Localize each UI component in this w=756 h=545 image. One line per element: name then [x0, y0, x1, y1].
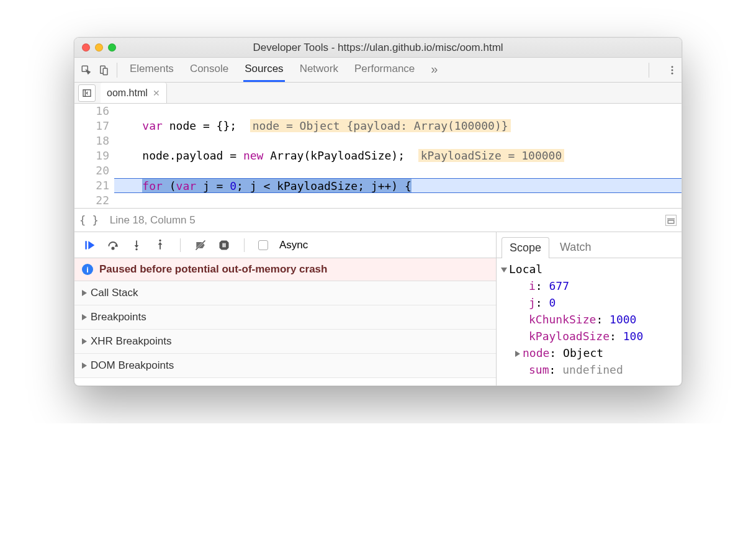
toolbar-right — [641, 63, 678, 78]
section-callstack[interactable]: Call Stack — [74, 281, 496, 305]
chevron-right-icon — [82, 290, 87, 296]
scope-body: Local i: 677 j: 0 kChunkSize: 1000 kPayl… — [497, 258, 682, 385]
async-checkbox[interactable] — [258, 240, 268, 250]
window-title: Developer Tools - https://ulan.github.io… — [82, 42, 674, 54]
code-area[interactable]: var node = {}; node = Object {payload: A… — [114, 104, 682, 208]
svg-marker-11 — [88, 241, 94, 249]
editor-statusbar: { } Line 18, Column 5 — [74, 208, 682, 232]
scope-var[interactable]: kChunkSize: 1000 — [502, 311, 682, 328]
svg-point-5 — [672, 72, 673, 74]
chevron-right-icon — [82, 363, 87, 369]
device-toggle-icon[interactable] — [98, 65, 109, 76]
scope-local-header[interactable]: Local — [502, 261, 682, 277]
scope-var[interactable]: sum: undefined — [502, 361, 682, 378]
async-label: Async — [279, 239, 308, 251]
svg-rect-9 — [668, 220, 674, 223]
separator — [117, 63, 117, 78]
pause-exceptions-icon[interactable] — [218, 239, 230, 251]
titlebar[interactable]: Developer Tools - https://ulan.github.io… — [74, 38, 682, 58]
info-icon: i — [82, 264, 93, 275]
tab-network[interactable]: Network — [299, 58, 340, 82]
close-tab-icon[interactable]: ✕ — [153, 88, 160, 98]
tab-performance[interactable]: Performance — [353, 58, 416, 82]
tabs-overflow-icon[interactable]: » — [430, 57, 439, 83]
scope-var-node[interactable]: node: Object — [502, 345, 682, 361]
more-vert-icon[interactable] — [667, 65, 678, 76]
svg-marker-14 — [135, 245, 139, 248]
chevron-down-icon — [501, 268, 507, 272]
tab-watch[interactable]: Watch — [552, 236, 599, 258]
inline-annotation: kPayloadSize = 100000 — [418, 149, 565, 162]
devtools-window: Developer Tools - https://ulan.github.io… — [74, 37, 682, 386]
code-line-16: var node = {}; node = Object {payload: A… — [114, 119, 682, 133]
step-into-icon[interactable] — [130, 239, 143, 251]
svg-marker-17 — [158, 242, 163, 245]
tab-console[interactable]: Console — [189, 58, 230, 82]
step-out-icon[interactable] — [154, 239, 166, 251]
pause-message: Paused before potential out-of-memory cr… — [99, 263, 327, 276]
code-line-18-highlight: for (var j = 0; j < kPayloadSize; j++) { — [114, 178, 682, 193]
traffic-lights — [82, 43, 116, 52]
scope-var[interactable]: i: 677 — [502, 277, 682, 294]
scope-pane: Scope Watch Local i: 677 j: 0 kChunkSize… — [497, 232, 682, 385]
chevron-right-icon — [515, 351, 520, 357]
inspect-icon[interactable] — [81, 65, 92, 76]
cursor-position: Line 18, Column 5 — [110, 214, 196, 227]
debugger-toolbar: Async — [74, 232, 496, 258]
file-tab-name: oom.html — [107, 88, 148, 99]
separator — [244, 238, 245, 252]
resume-icon[interactable] — [83, 239, 96, 251]
svg-point-15 — [135, 248, 137, 250]
chevron-right-icon — [82, 314, 87, 320]
svg-point-3 — [672, 66, 673, 68]
minimize-icon[interactable] — [95, 43, 103, 52]
close-icon[interactable] — [82, 43, 90, 52]
pretty-print-icon[interactable]: { } — [79, 214, 99, 227]
svg-rect-21 — [223, 243, 224, 247]
file-tabs: oom.html ✕ — [74, 83, 682, 104]
separator — [180, 238, 181, 252]
svg-rect-22 — [224, 243, 225, 247]
tab-elements[interactable]: Elements — [128, 58, 175, 82]
code-line-17: node.payload = new Array(kPayloadSize); … — [114, 148, 682, 163]
chevron-right-icon — [82, 338, 87, 345]
navigator-toggle-icon[interactable] — [78, 84, 96, 102]
svg-point-4 — [672, 69, 673, 71]
file-tab-oom[interactable]: oom.html ✕ — [101, 83, 167, 103]
gutter: 16171819202122 — [74, 104, 114, 208]
tab-scope[interactable]: Scope — [502, 237, 549, 258]
scope-tabs: Scope Watch — [497, 232, 682, 258]
deactivate-breakpoints-icon[interactable] — [194, 239, 207, 251]
panel-tabs: Elements Console Sources Network Perform… — [128, 57, 439, 83]
svg-point-18 — [159, 239, 161, 241]
debugger-sections: Call Stack Breakpoints XHR Breakpoints D… — [74, 281, 496, 378]
tab-sources[interactable]: Sources — [243, 58, 284, 82]
main-toolbar: Elements Console Sources Network Perform… — [74, 58, 682, 83]
svg-rect-2 — [103, 68, 107, 75]
svg-rect-10 — [85, 241, 87, 249]
debugger-pane: Async i Paused before potential out-of-m… — [74, 232, 682, 385]
section-xhr-breakpoints[interactable]: XHR Breakpoints — [74, 330, 496, 354]
inline-annotation: node = Object {payload: Array(100000)} — [250, 119, 511, 132]
separator — [649, 63, 649, 78]
scope-var[interactable]: j: 0 — [502, 294, 682, 311]
section-breakpoints[interactable]: Breakpoints — [74, 305, 496, 330]
snap-icon[interactable] — [665, 215, 677, 226]
svg-point-12 — [112, 247, 114, 249]
code-editor[interactable]: 16171819202122 var node = {}; node = Obj… — [74, 104, 682, 208]
debugger-left: Async i Paused before potential out-of-m… — [74, 232, 497, 385]
step-over-icon[interactable] — [107, 239, 119, 251]
maximize-icon[interactable] — [108, 43, 116, 52]
scope-var[interactable]: kPayloadSize: 100 — [502, 328, 682, 345]
pause-banner: i Paused before potential out-of-memory … — [74, 258, 496, 281]
section-dom-breakpoints[interactable]: DOM Breakpoints — [74, 354, 496, 378]
